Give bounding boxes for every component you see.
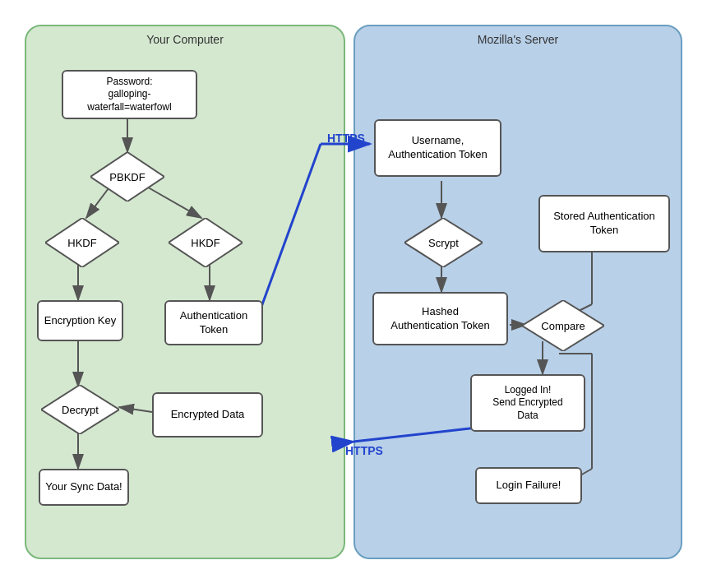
svg-marker-28: [522, 300, 604, 351]
stored-token-box: Stored Authentication Token: [538, 195, 670, 252]
auth-token-box: Authentication Token: [164, 300, 263, 345]
password-box: Password: galloping-waterfall=waterfowl: [62, 70, 197, 119]
pbkdf-diamond: PBKDF: [90, 152, 164, 201]
sync-data-box: Your Sync Data!: [39, 469, 129, 506]
encryption-key-box: Encryption Key: [37, 300, 123, 341]
svg-marker-25: [169, 218, 243, 267]
diagram-container: Your Computer Mozilla's Server: [0, 0, 707, 588]
username-token-box: Username, Authentication Token: [374, 119, 501, 177]
decrypt-diamond: Decrypt: [41, 385, 119, 434]
encrypted-data-box: Encrypted Data: [152, 392, 263, 438]
svg-marker-23: [90, 152, 164, 201]
panel-left-title: Your Computer: [26, 33, 344, 46]
scrypt-diamond: Scrypt: [404, 218, 483, 267]
hkdf-left-diamond: HKDF: [45, 218, 119, 267]
svg-marker-27: [404, 218, 483, 267]
panel-right-title: Mozilla's Server: [355, 33, 681, 46]
login-failure-box: Login Failure!: [475, 467, 582, 504]
compare-diamond: Compare: [522, 300, 604, 351]
svg-marker-26: [41, 385, 119, 434]
hkdf-right-diamond: HKDF: [169, 218, 243, 267]
https-up-label: HTTPS: [327, 132, 365, 145]
hashed-token-box: Hashed Authentication Token: [372, 292, 508, 345]
logged-in-box: Logged In! Send Encrypted Data: [470, 374, 585, 432]
svg-marker-24: [45, 218, 119, 267]
https-down-label: HTTPS: [345, 444, 383, 457]
